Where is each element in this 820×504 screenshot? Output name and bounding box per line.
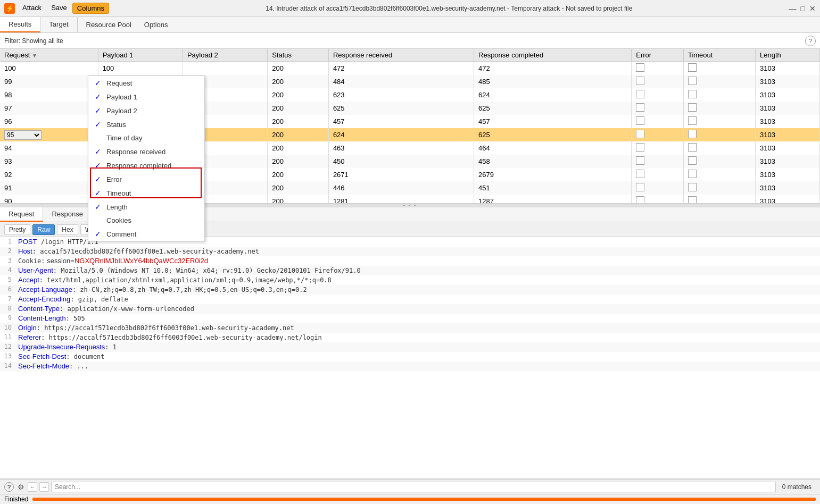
tab-request[interactable]: Request	[0, 207, 43, 222]
filter-help-button[interactable]: ?	[805, 36, 816, 46]
code-editor: 1POST /login HTTP/1.12Host: acca1f571ecd…	[0, 237, 820, 478]
columns-menu[interactable]: Columns	[72, 3, 109, 14]
table-row[interactable]: 1001002004724723103	[0, 62, 820, 75]
error-checkbox[interactable]	[636, 77, 644, 85]
columns-dropdown-menu[interactable]: ✓ Request ✓ Payload 1 ✓ Payload 2 ✓ Stat…	[88, 75, 205, 241]
dropdown-item-label: Comment	[106, 230, 136, 238]
error-checkbox[interactable]	[636, 130, 644, 138]
dropdown-item-status[interactable]: ✓ Status	[88, 117, 204, 131]
col-request[interactable]: Request ▼	[0, 49, 98, 62]
error-checkbox[interactable]	[636, 183, 644, 191]
help-icon[interactable]: ?	[4, 482, 14, 492]
bottom-panel: Request Response Pretty Raw Hex \n ≡ 1PO…	[0, 207, 820, 478]
error-checkbox[interactable]	[636, 170, 644, 178]
tab-options[interactable]: Options	[144, 18, 168, 32]
timeout-checkbox[interactable]	[688, 143, 697, 152]
col-error[interactable]: Error	[632, 49, 684, 62]
header-name: Accept-Encoding	[18, 295, 70, 303]
code-line: 12Upgrade-Insecure-Requests: 1	[0, 342, 820, 352]
header-name: Content-Length	[18, 314, 66, 322]
error-checkbox[interactable]	[636, 103, 644, 112]
col-resp-recv[interactable]: Response received	[328, 49, 474, 62]
tab-resource-pool[interactable]: Resource Pool	[86, 18, 131, 32]
search-input[interactable]	[51, 482, 776, 492]
dropdown-item-time-of-day[interactable]: Time of day	[88, 131, 204, 145]
col-payload1[interactable]: Payload 1	[98, 49, 183, 62]
timeout-checkbox[interactable]	[688, 130, 697, 138]
code-line: 8Content-Type: application/x-www-form-ur…	[0, 304, 820, 314]
timeout-checkbox[interactable]	[688, 183, 697, 191]
settings-icon[interactable]: ⚙	[16, 482, 26, 492]
line-number: 3	[0, 257, 16, 265]
dropdown-item-payload-2[interactable]: ✓ Payload 2	[88, 104, 204, 117]
minimize-button[interactable]: —	[789, 4, 797, 13]
error-checkbox[interactable]	[636, 143, 644, 152]
checkmark-icon: ✓	[95, 147, 103, 156]
line-content: Cookie: session=NGXQRnlMJbILWxY64bbQaWCc…	[16, 257, 820, 265]
line-content: Accept-Language: zh-CN,zh;q=0.8,zh-TW;q=…	[16, 285, 820, 294]
dropdown-item-timeout[interactable]: ✓ Timeout	[88, 186, 204, 200]
tab-results[interactable]: Results	[0, 17, 40, 32]
forward-button[interactable]: →	[39, 482, 49, 492]
checkmark-icon: ✓	[95, 79, 103, 87]
line-number: 8	[0, 305, 16, 313]
col-timeout[interactable]: Timeout	[683, 49, 755, 62]
timeout-checkbox[interactable]	[688, 156, 697, 165]
close-button[interactable]: ✕	[809, 4, 816, 13]
line-content: Origin: https://acca1f571ecdb3bd802f6ff6…	[16, 324, 820, 332]
error-checkbox[interactable]	[636, 156, 644, 165]
line-content: Content-Length: 505	[16, 314, 820, 323]
col-resp-comp[interactable]: Response completed	[474, 49, 632, 62]
raw-button[interactable]: Raw	[32, 224, 55, 235]
timeout-checkbox[interactable]	[688, 116, 697, 125]
dropdown-item-label: Response completed	[106, 162, 171, 170]
timeout-checkbox[interactable]	[688, 77, 697, 85]
tab-menu-items: Resource Pool Options	[78, 17, 821, 32]
checkmark-icon: ✓	[95, 203, 103, 211]
line-content: Accept: text/html,application/xhtml+xml,…	[16, 276, 820, 284]
tab-response[interactable]: Response	[43, 207, 92, 222]
line-content: Referer: https://accalf571ecdb3bd802f6ff…	[16, 333, 820, 342]
dropdown-item-cookies[interactable]: Cookies	[88, 214, 204, 227]
maximize-button[interactable]: □	[801, 4, 805, 13]
error-checkbox[interactable]	[636, 90, 644, 98]
timeout-checkbox[interactable]	[688, 63, 697, 72]
dropdown-item-response-received[interactable]: ✓ Response received	[88, 145, 204, 158]
error-checkbox[interactable]	[636, 196, 644, 203]
error-checkbox[interactable]	[636, 63, 644, 72]
code-line: 5Accept: text/html,application/xhtml+xml…	[0, 275, 820, 285]
timeout-checkbox[interactable]	[688, 170, 697, 178]
hex-button[interactable]: Hex	[57, 224, 78, 235]
dropdown-item-error[interactable]: ✓ Error	[88, 172, 204, 186]
table-section: Request ▼ Payload 1 Payload 2 Status Res…	[0, 49, 820, 203]
attack-menu[interactable]: Attack	[18, 3, 46, 14]
progress-bar	[32, 498, 816, 501]
timeout-checkbox[interactable]	[688, 103, 697, 112]
dropdown-item-label: Request	[106, 79, 132, 87]
line-number: 7	[0, 295, 16, 304]
dropdown-item-payload-1[interactable]: ✓ Payload 1	[88, 90, 204, 104]
code-line: 13Sec-Fetch-Dest: document	[0, 352, 820, 362]
dropdown-item-comment[interactable]: ✓ Comment	[88, 227, 204, 241]
dropdown-item-label: Error	[106, 175, 122, 183]
line-number: 12	[0, 343, 16, 351]
error-checkbox[interactable]	[636, 116, 644, 125]
save-menu[interactable]: Save	[47, 3, 71, 14]
dropdown-item-response-completed[interactable]: ✓ Response completed	[88, 158, 204, 172]
col-payload2[interactable]: Payload 2	[183, 49, 267, 62]
timeout-checkbox[interactable]	[688, 90, 697, 98]
line-content: Host: acca1f571ecdb3bd802f6ff6003f00e1.w…	[16, 247, 820, 256]
status-area: ? ⚙ ← → 0 matches Finished	[0, 478, 820, 504]
col-status[interactable]: Status	[268, 49, 329, 62]
dropdown-item-request[interactable]: ✓ Request	[88, 76, 204, 90]
col-length[interactable]: Length	[756, 49, 820, 62]
timeout-checkbox[interactable]	[688, 196, 697, 203]
pretty-button[interactable]: Pretty	[4, 224, 30, 235]
line-content: Upgrade-Insecure-Requests: 1	[16, 343, 820, 351]
tab-target[interactable]: Target	[40, 17, 77, 32]
dropdown-item-length[interactable]: ✓ Length	[88, 200, 204, 214]
code-line: 11Referer: https://accalf571ecdb3bd802f6…	[0, 333, 820, 342]
back-button[interactable]: ←	[28, 482, 37, 492]
request-dropdown[interactable]: 95	[4, 130, 42, 140]
filter-text: Filter: Showing all ite	[4, 37, 805, 45]
